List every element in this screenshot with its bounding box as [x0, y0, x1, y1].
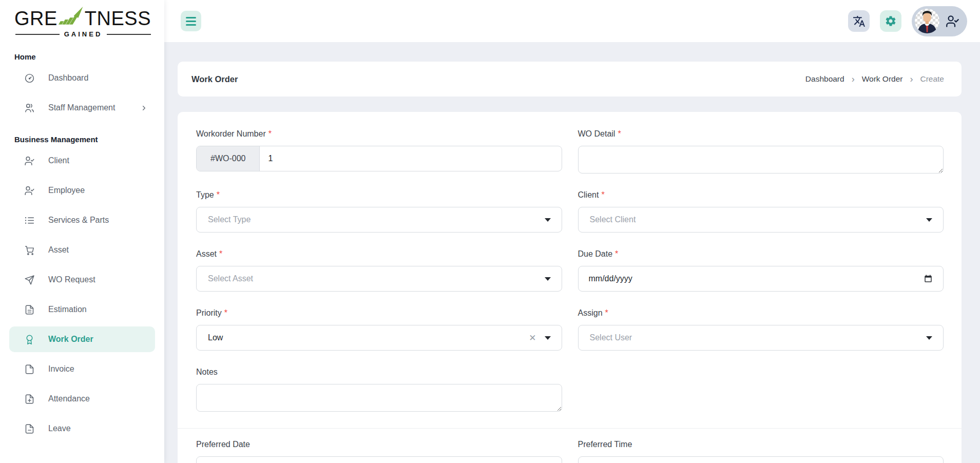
sidebar-item-attendance[interactable]: Attendance: [9, 386, 155, 412]
dropdown-caret-icon: [926, 218, 932, 222]
type-select[interactable]: Select Type: [196, 207, 562, 233]
list-icon: [24, 215, 35, 226]
users-icon: [24, 103, 35, 113]
sidebar-item-wo-request[interactable]: WO Request: [9, 267, 155, 293]
breadcrumb-create: Create: [920, 74, 944, 84]
client-select[interactable]: Select Client: [578, 207, 944, 233]
required-marker: *: [601, 190, 604, 199]
workorder-number-label: Workorder Number*: [196, 129, 562, 139]
send-icon: [24, 275, 35, 285]
assign-label: Assign*: [578, 308, 944, 318]
required-marker: *: [224, 308, 227, 317]
dropdown-caret-icon: [545, 218, 551, 222]
notes-label: Notes: [196, 367, 562, 377]
sidebar-item-client[interactable]: Client: [9, 148, 155, 173]
profile-menu[interactable]: [912, 6, 967, 36]
dropdown-caret-icon: [545, 336, 551, 340]
field-due-date: Due Date* mm/dd/yyyy: [578, 249, 944, 292]
translate-icon: [853, 15, 866, 28]
sidebar: GRE TNESS GAINED HomeDashboardStaff: [0, 0, 164, 463]
work-order-form-card: Workorder Number* #WO-000 WO Detail* Typ…: [178, 112, 962, 463]
field-wo-detail: WO Detail*: [578, 129, 944, 173]
growth-arrow-icon: [59, 6, 84, 29]
preferred-time-input[interactable]: [578, 456, 944, 463]
file-icon: [24, 364, 35, 375]
file-plus-icon: [24, 394, 35, 404]
sidebar-item-label: Leave: [48, 424, 71, 433]
field-client: Client* Select Client: [578, 190, 944, 233]
sidebar-item-label: Dashboard: [48, 73, 88, 83]
priority-select[interactable]: Low ✕: [196, 325, 562, 351]
field-workorder-number: Workorder Number* #WO-000: [196, 129, 562, 173]
preferred-time-label: Preferred Time: [578, 439, 944, 449]
user-check-icon: [24, 185, 35, 196]
sidebar-item-work-order[interactable]: Work Order: [9, 326, 155, 352]
sidebar-item-label: Services & Parts: [48, 216, 109, 225]
sidebar-section-business-management: Business Management: [0, 135, 164, 144]
sidebar-item-staff-management[interactable]: Staff Management: [9, 95, 155, 121]
client-label: Client*: [578, 190, 944, 200]
field-type: Type* Select Type: [196, 190, 562, 233]
sidebar-item-asset[interactable]: Asset: [9, 237, 155, 263]
sidebar-toggle-button[interactable]: [181, 11, 201, 31]
field-assign: Assign* Select User: [578, 308, 944, 351]
breadcrumb-work-order[interactable]: Work Order: [862, 74, 903, 84]
sidebar-item-services-parts[interactable]: Services & Parts: [9, 207, 155, 233]
asset-placeholder: Select Asset: [208, 274, 253, 283]
field-preferred-date: Preferred Date mm/dd/yyyy: [196, 439, 562, 463]
award-icon: [24, 334, 35, 345]
gear-icon: [885, 15, 897, 27]
required-marker: *: [605, 308, 608, 317]
sidebar-section-home: Home: [0, 52, 164, 61]
clear-icon[interactable]: ✕: [529, 333, 536, 343]
preferred-date-input[interactable]: mm/dd/yyyy: [196, 456, 562, 463]
asset-label: Asset*: [196, 249, 562, 259]
brand-name: GRE TNESS: [14, 6, 152, 28]
chevron-right-icon: [140, 104, 148, 112]
workorder-number-input-group: #WO-000: [196, 146, 562, 171]
sidebar-item-invoice[interactable]: Invoice: [9, 356, 155, 382]
workorder-number-input[interactable]: [260, 154, 561, 163]
user-check-icon: [946, 14, 959, 28]
sidebar-item-estimation[interactable]: Estimation: [9, 297, 155, 322]
translate-button[interactable]: [848, 10, 870, 32]
brand-name-prefix: GRE: [14, 9, 57, 28]
wo-detail-label: WO Detail*: [578, 129, 944, 139]
brand-logo[interactable]: GRE TNESS GAINED: [0, 0, 164, 38]
sidebar-item-label: Attendance: [48, 394, 90, 403]
sidebar-item-label: Estimation: [48, 305, 87, 314]
wo-detail-textarea[interactable]: [578, 146, 944, 173]
sidebar-item-label: Employee: [48, 186, 85, 195]
hamburger-menu-icon: [186, 17, 196, 18]
sidebar-item-label: Client: [48, 156, 69, 165]
field-preferred-time: Preferred Time: [578, 439, 944, 463]
dropdown-caret-icon: [545, 277, 551, 281]
due-date-input[interactable]: mm/dd/yyyy: [578, 266, 944, 292]
sidebar-item-employee[interactable]: Employee: [9, 178, 155, 203]
main-content: Work Order Dashboard › Work Order › Crea…: [164, 42, 980, 463]
breadcrumb-dashboard[interactable]: Dashboard: [805, 74, 844, 84]
assign-select[interactable]: Select User: [578, 325, 944, 351]
chevron-right-icon: ›: [852, 74, 855, 84]
due-date-label: Due Date*: [578, 249, 944, 259]
required-marker: *: [217, 190, 220, 199]
tagline-text: GAINED: [64, 30, 103, 38]
sidebar-item-dashboard[interactable]: Dashboard: [9, 65, 155, 91]
field-priority: Priority* Low ✕: [196, 308, 562, 351]
workorder-number-prefix: #WO-000: [197, 146, 260, 171]
sidebar-item-label: Staff Management: [48, 103, 115, 112]
required-marker: *: [618, 129, 621, 138]
client-placeholder: Select Client: [590, 215, 636, 224]
asset-select[interactable]: Select Asset: [196, 266, 562, 292]
topbar: [164, 0, 980, 42]
calendar-icon[interactable]: [924, 274, 933, 283]
field-asset: Asset* Select Asset: [196, 249, 562, 292]
settings-button[interactable]: [880, 10, 901, 32]
chevron-right-icon: ›: [910, 74, 913, 84]
sidebar-item-leave[interactable]: Leave: [9, 416, 155, 441]
cart-icon: [24, 245, 35, 256]
field-notes: Notes: [196, 367, 562, 412]
notes-textarea[interactable]: [196, 384, 562, 412]
preferred-date-label: Preferred Date: [196, 439, 562, 449]
breadcrumb: Dashboard › Work Order › Create: [805, 74, 944, 84]
